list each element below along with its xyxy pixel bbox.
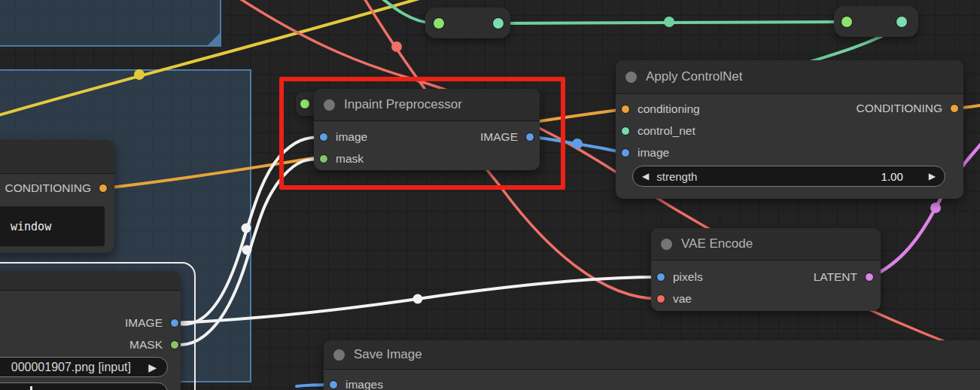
text-widget[interactable]: window [0,206,105,246]
load-image-header[interactable] [0,271,181,291]
node-load-image[interactable]: IMAGE MASK 000001907.png [input] ▶ [0,271,181,390]
conditioning-output-label: CONDITIONING [5,181,91,195]
node-clip-text-encode[interactable]: CONDITIONING window [0,140,114,253]
save-image-title: Save Image [354,347,422,362]
reroute-node-1[interactable] [425,8,510,38]
reroute-1-input-port[interactable] [433,17,445,29]
node-save-image[interactable]: Save Image images [324,340,980,390]
mask-output-port[interactable] [170,340,179,349]
conditioning-output-port[interactable] [99,184,108,193]
conditioning-output-port[interactable] [950,104,959,113]
strength-widget-value[interactable]: 1.00 [881,170,903,183]
link-dot-white-2[interactable] [242,245,252,255]
images-input-label: images [345,378,383,390]
pixels-input-port[interactable] [656,273,665,282]
collapse-dot-icon[interactable] [625,72,637,83]
vae-input-label: vae [673,292,692,306]
images-input-port[interactable] [329,380,338,389]
text-widget-value: window [11,220,51,233]
apply-controlnet-header[interactable]: Apply ControlNet [616,60,963,94]
node-apply-controlnet[interactable]: Apply ControlNet conditioning control_ne… [616,60,963,199]
reroute-2-output-port[interactable] [896,16,908,28]
latent-output-label: LATENT [814,270,857,284]
reroute-2-input-port[interactable] [841,16,853,28]
vae-encode-title: VAE Encode [681,236,753,251]
conditioning-output-label: CONDITIONING [856,102,942,115]
control-net-input-port[interactable] [621,126,630,136]
conditioning-input-port[interactable] [621,105,630,114]
apply-controlnet-title: Apply ControlNet [646,69,743,84]
pixels-input-label: pixels [673,270,703,284]
node-graph-canvas[interactable]: CONDITIONING window Inpaint Preprocessor… [0,0,980,390]
highlight-box [279,77,565,190]
image-output-label: IMAGE [125,316,163,330]
link-dot-pink[interactable] [930,203,941,213]
increment-arrow-icon[interactable]: ▶ [929,172,936,181]
save-image-header[interactable]: Save Image [324,340,980,370]
link-dot-white-1[interactable] [242,224,251,233]
reroute-node-2[interactable] [834,6,918,37]
collapse-dot-icon[interactable] [661,239,672,250]
reroute-1-output-port[interactable] [492,17,504,29]
link-dot-white-3[interactable] [413,294,423,304]
upload-widget[interactable] [0,382,168,390]
clip-node-header[interactable] [0,140,114,174]
mask-output-label: MASK [129,338,163,352]
link-dot-salmon[interactable] [391,41,402,52]
vae-encode-header[interactable]: VAE Encode [651,228,881,261]
strength-widget-label: strength [656,170,697,183]
latent-output-port[interactable] [865,273,874,282]
link-dot-blue[interactable] [572,139,583,149]
decrement-arrow-icon[interactable]: ◀ [642,172,649,181]
conditioning-input-label: conditioning [638,102,700,116]
play-arrow-icon[interactable]: ▶ [148,362,157,373]
image-output-port[interactable] [170,318,179,328]
image-input-port[interactable] [621,148,630,157]
image-input-label: image [638,146,669,160]
vae-input-port[interactable] [656,294,665,303]
node-vae-encode[interactable]: VAE Encode pixels vae LATENT [651,228,881,311]
upload-widget-mark [30,386,32,390]
collapse-dot-icon[interactable] [333,349,345,361]
filename-widget-value: 000001907.png [input] [11,361,131,374]
filename-widget[interactable]: 000001907.png [input] ▶ [0,357,168,377]
link-dot-yellow[interactable] [134,69,145,80]
strength-widget[interactable]: ◀ strength 1.00 ▶ [632,166,945,187]
link-dot-teal[interactable] [664,17,674,27]
control-net-input-label: control_net [638,124,695,138]
